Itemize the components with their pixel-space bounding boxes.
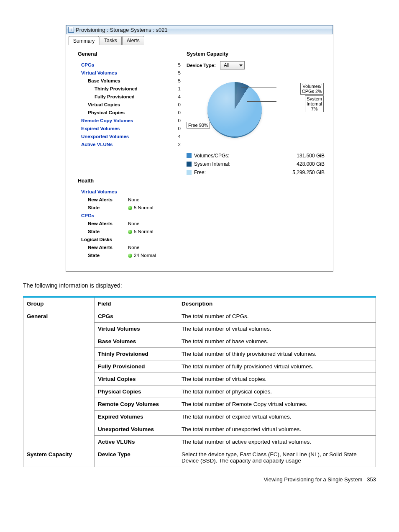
- health-row-label: New Alerts: [78, 244, 128, 252]
- legend-value: 131.500 GiB: [274, 152, 325, 160]
- footer-page: 353: [367, 476, 376, 483]
- legend-value: 428.000 GiB: [274, 160, 325, 168]
- general-row-value: 0: [174, 109, 187, 117]
- legend-row: Free:5,299.250 GiB: [187, 168, 325, 177]
- general-row: Thinly Provisioned1: [78, 85, 187, 93]
- app-icon: i: [68, 27, 74, 33]
- cell-description: Select the device type, Fast Class (FC),…: [178, 448, 376, 467]
- cell-group: General: [23, 310, 95, 448]
- health-row: New AlertsNone: [78, 220, 187, 228]
- general-row[interactable]: Expired Volumes0: [78, 125, 187, 133]
- cell-description: The total number of fully provisioned vi…: [178, 360, 376, 373]
- health-row: State5 Normal: [78, 228, 187, 236]
- cell-description: The total number of unexported virtual v…: [178, 423, 376, 436]
- general-row: Fully Provisioned4: [78, 93, 187, 101]
- general-row-label[interactable]: CPGs: [78, 61, 174, 69]
- health-row: State24 Normal: [78, 252, 187, 260]
- health-group-name[interactable]: CPGs: [78, 212, 187, 220]
- general-row-label[interactable]: Virtual Volumes: [78, 69, 174, 77]
- general-row-value: 0: [174, 101, 187, 109]
- device-type-label: Device Type:: [187, 63, 216, 68]
- general-row[interactable]: Active VLUNs2: [78, 141, 187, 149]
- col-field: Field: [95, 297, 178, 310]
- cell-field: Base Volumes: [95, 335, 178, 348]
- general-row-value: 2: [174, 141, 187, 149]
- legend-label: Free:: [194, 168, 274, 177]
- general-row: Base Volumes5: [78, 77, 187, 85]
- app-window: i Provisioning : Storage Systems : s021 …: [66, 25, 333, 272]
- capacity-pie-chart: Volumes/CPGs 2% SystemInternal7% Free 90…: [187, 78, 325, 149]
- general-row[interactable]: Remote Copy Volumes0: [78, 117, 187, 125]
- cell-description: The total number of Remote Copy virtual …: [178, 398, 376, 411]
- callout-free: Free 90%: [187, 122, 210, 129]
- health-row-label: State: [78, 204, 128, 212]
- health-title: Health: [78, 178, 187, 184]
- general-row-label[interactable]: Expired Volumes: [78, 125, 174, 133]
- health-row-label: State: [78, 252, 128, 260]
- health-row-label: New Alerts: [78, 220, 128, 228]
- capacity-title: System Capacity: [187, 51, 325, 57]
- health-row: New AlertsNone: [78, 244, 187, 252]
- general-row-value: 4: [174, 93, 187, 101]
- general-row-value: 5: [174, 61, 187, 69]
- legend-swatch-icon: [187, 162, 192, 167]
- cell-field: Virtual Volumes: [95, 323, 178, 335]
- general-row-label: Virtual Copies: [78, 101, 174, 109]
- general-row[interactable]: CPGs5: [78, 61, 187, 69]
- health-row-value: 24 Normal: [128, 252, 156, 260]
- health-row-value: 5 Normal: [128, 204, 153, 212]
- legend-label: System Internal:: [194, 160, 274, 168]
- legend-label: Volumes/CPGs:: [194, 152, 274, 160]
- cell-field: Virtual Copies: [95, 373, 178, 386]
- tab-alerts[interactable]: Alerts: [122, 36, 144, 45]
- general-row-label[interactable]: Active VLUNs: [78, 141, 174, 149]
- page-footer: Viewing Provisioning for a Single System…: [23, 476, 376, 483]
- general-row-value: 5: [174, 77, 187, 85]
- device-type-dropdown[interactable]: All: [220, 61, 245, 69]
- device-type-value: All: [224, 62, 229, 68]
- general-row-label: Base Volumes: [78, 77, 174, 85]
- tab-tasks[interactable]: Tasks: [100, 36, 122, 45]
- general-title: General: [78, 51, 187, 57]
- cell-description: The total number of base volumes.: [178, 335, 376, 348]
- legend-swatch-icon: [187, 153, 192, 158]
- cell-field: Fully Provisioned: [95, 360, 178, 373]
- tab-strip: Summary Tasks Alerts: [66, 34, 333, 45]
- legend-row: System Internal:428.000 GiB: [187, 160, 325, 168]
- callout-system-internal: SystemInternal7%: [305, 95, 324, 112]
- cell-group: System Capacity: [23, 448, 95, 467]
- health-row: State5 Normal: [78, 204, 187, 212]
- table-header-row: Group Field Description: [23, 297, 376, 310]
- general-row-label: Thinly Provisioned: [78, 85, 174, 93]
- callout-volumes-cpgs: Volumes/CPGs 2%: [300, 83, 324, 95]
- health-group-name: Logical Disks: [78, 236, 187, 244]
- cell-field: Remote Copy Volumes: [95, 398, 178, 411]
- health-row-label: State: [78, 228, 128, 236]
- health-row-value: 5 Normal: [128, 228, 153, 236]
- tab-summary[interactable]: Summary: [69, 36, 99, 45]
- general-row-value: 4: [174, 133, 187, 141]
- legend-swatch-icon: [187, 170, 192, 175]
- cell-field: Thinly Provisioned: [95, 348, 178, 360]
- table-row: GeneralCPGsThe total number of CPGs.: [23, 310, 376, 323]
- general-row-label[interactable]: Unexported Volumes: [78, 133, 174, 141]
- general-row-label[interactable]: Remote Copy Volumes: [78, 117, 174, 125]
- cell-field: Physical Copies: [95, 386, 178, 398]
- health-row-label: New Alerts: [78, 196, 128, 204]
- cell-description: The total number of virtual copies.: [178, 373, 376, 386]
- general-row-value: 0: [174, 117, 187, 125]
- cell-field: CPGs: [95, 310, 178, 323]
- capacity-legend: Volumes/CPGs:131.500 GiBSystem Internal:…: [187, 152, 325, 177]
- general-row[interactable]: Virtual Volumes5: [78, 69, 187, 77]
- general-row[interactable]: Unexported Volumes4: [78, 133, 187, 141]
- cell-description: The total number of physical copies.: [178, 386, 376, 398]
- cell-description: The total number of CPGs.: [178, 310, 376, 323]
- health-row-value: None: [128, 244, 140, 252]
- col-description: Description: [178, 297, 376, 310]
- footer-text: Viewing Provisioning for a Single System: [263, 476, 362, 483]
- general-row-value: 0: [174, 125, 187, 133]
- cell-description: The total number of thinly provisioned v…: [178, 348, 376, 360]
- legend-row: Volumes/CPGs:131.500 GiB: [187, 152, 325, 160]
- health-group-name[interactable]: Virtual Volumes: [78, 188, 187, 196]
- legend-value: 5,299.250 GiB: [274, 168, 325, 177]
